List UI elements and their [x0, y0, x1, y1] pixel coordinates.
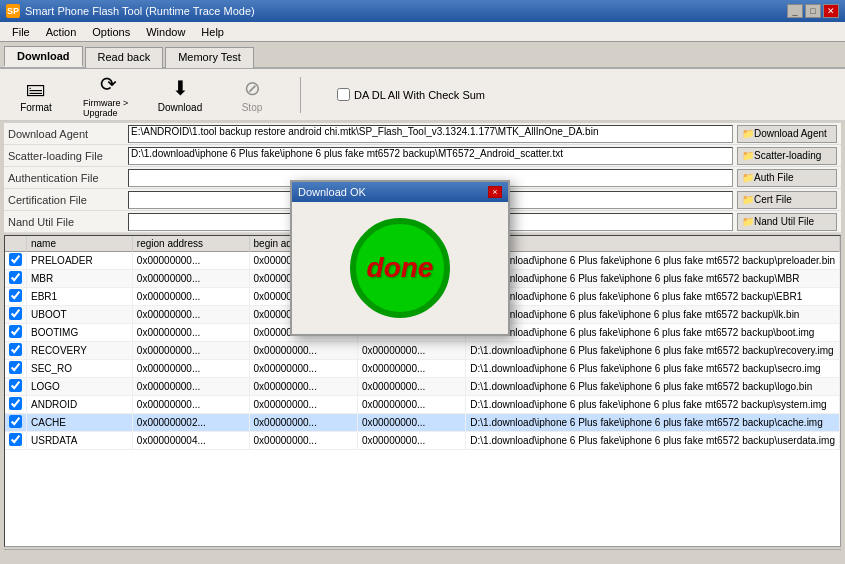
dialog-titlebar: Download OK ×	[292, 182, 508, 202]
done-text: done	[367, 252, 434, 284]
done-circle: done	[350, 218, 450, 318]
dialog-overlay: Download OK × done	[0, 0, 845, 564]
dialog-title: Download OK	[298, 186, 488, 198]
dialog-content: done	[292, 202, 508, 334]
download-ok-dialog: Download OK × done	[290, 180, 510, 336]
dialog-close-button[interactable]: ×	[488, 186, 502, 198]
